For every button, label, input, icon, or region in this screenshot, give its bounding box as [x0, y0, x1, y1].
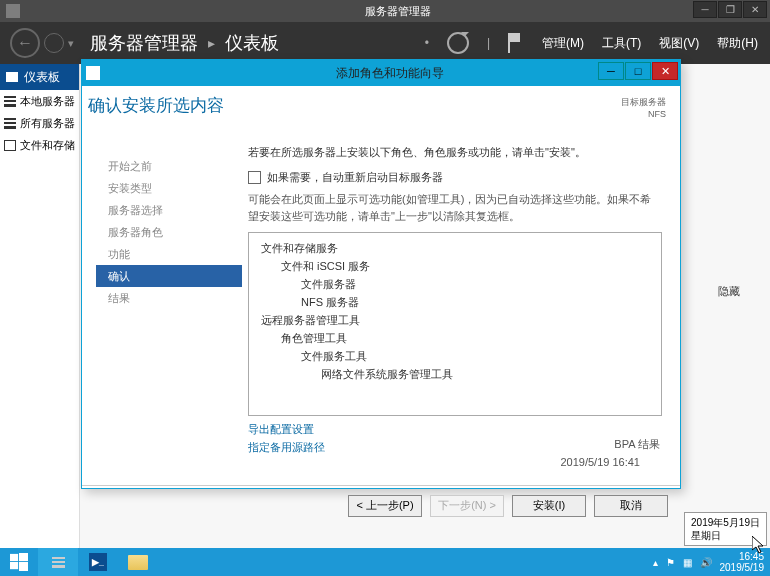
- wizard-steps: 开始之前安装类型服务器选择服务器角色功能确认结果: [82, 123, 242, 485]
- mouse-cursor-icon: [752, 536, 766, 554]
- nav-back-button[interactable]: ←: [10, 28, 40, 58]
- tree-item: 文件和存储服务: [261, 241, 651, 256]
- app-icon: [6, 4, 20, 18]
- bpa-timestamp: 2019/5/19 16:41: [560, 456, 640, 468]
- taskbar-server-manager[interactable]: [38, 548, 78, 576]
- notifications-icon[interactable]: [508, 33, 524, 53]
- wizard-step[interactable]: 开始之前: [96, 155, 242, 177]
- menu-view[interactable]: 视图(V): [659, 35, 699, 52]
- server-manager-icon: [52, 557, 65, 568]
- taskbar-clock[interactable]: 16:45 2019/5/19: [720, 551, 765, 573]
- svg-rect-1: [19, 553, 28, 561]
- menu-manage[interactable]: 管理(M): [542, 35, 584, 52]
- wizard-titlebar[interactable]: 添加角色和功能向导 ─ □ ✕: [82, 60, 680, 86]
- wizard-step[interactable]: 服务器角色: [96, 221, 242, 243]
- wizard-close-button[interactable]: ✕: [652, 62, 678, 80]
- maximize-button[interactable]: ❐: [718, 1, 742, 18]
- export-config-link[interactable]: 导出配置设置: [248, 422, 662, 437]
- intro-text: 若要在所选服务器上安装以下角色、角色服务或功能，请单击"安装"。: [248, 145, 662, 160]
- wizard-step[interactable]: 安装类型: [96, 177, 242, 199]
- tray-flag-icon[interactable]: ⚑: [666, 557, 675, 568]
- sidebar-header[interactable]: 仪表板: [0, 64, 79, 90]
- app-header: ← ▾ 服务器管理器 ▸ 仪表板 • | 管理(M) 工具(T) 视图(V) 帮…: [0, 22, 770, 64]
- target-server-label: 目标服务器 NFS: [621, 96, 666, 119]
- next-button: 下一步(N) >: [430, 495, 504, 517]
- window-title: 服务器管理器: [365, 4, 431, 19]
- menu-tools[interactable]: 工具(T): [602, 35, 641, 52]
- tray-network-icon[interactable]: ▦: [683, 557, 692, 568]
- sidebar: 仪表板 本地服务器 所有服务器 文件和存储: [0, 64, 80, 558]
- tray-up-icon[interactable]: ▴: [653, 557, 658, 568]
- wizard-minimize-button[interactable]: ─: [598, 62, 624, 80]
- wizard-window: 添加角色和功能向导 ─ □ ✕ 目标服务器 NFS 确认安装所选内容 开始之前安…: [81, 59, 681, 489]
- sidebar-item-local[interactable]: 本地服务器: [0, 90, 79, 112]
- wizard-maximize-button[interactable]: □: [625, 62, 651, 80]
- menu-help[interactable]: 帮助(H): [717, 35, 758, 52]
- wizard-footer: < 上一步(P) 下一步(N) > 安装(I) 取消: [82, 485, 680, 525]
- servers-icon: [4, 118, 16, 129]
- svg-rect-3: [19, 562, 28, 571]
- wizard-step[interactable]: 确认: [96, 265, 242, 287]
- note-text: 可能会在此页面上显示可选功能(如管理工具)，因为已自动选择这些功能。如果不希望安…: [248, 191, 662, 224]
- breadcrumb-leaf[interactable]: 仪表板: [225, 31, 279, 55]
- dashboard-icon: [6, 72, 18, 82]
- tree-item: 网络文件系统服务管理工具: [321, 367, 651, 382]
- sidebar-item-all[interactable]: 所有服务器: [0, 112, 79, 134]
- sidebar-item-file[interactable]: 文件和存储: [0, 134, 79, 156]
- breadcrumb-root[interactable]: 服务器管理器: [90, 31, 198, 55]
- wizard-title: 添加角色和功能向导: [336, 65, 444, 82]
- svg-rect-0: [10, 554, 18, 561]
- minimize-button[interactable]: ─: [693, 1, 717, 18]
- tree-item: 远程服务器管理工具: [261, 313, 651, 328]
- bpa-title: BPA 结果: [614, 437, 660, 452]
- install-button[interactable]: 安装(I): [512, 495, 586, 517]
- windows-icon: [10, 553, 28, 571]
- taskbar-explorer[interactable]: [118, 548, 158, 576]
- powershell-icon: ▶_: [89, 553, 107, 571]
- hide-button[interactable]: 隐藏: [718, 284, 740, 299]
- taskbar: ▶_ ▴ ⚑ ▦ 🔊 16:45 2019/5/19: [0, 548, 770, 576]
- svg-rect-2: [10, 562, 18, 569]
- close-button[interactable]: ✕: [743, 1, 767, 18]
- tree-item: 角色管理工具: [281, 331, 651, 346]
- tree-item: NFS 服务器: [301, 295, 651, 310]
- tree-item: 文件服务器: [301, 277, 651, 292]
- alt-source-link[interactable]: 指定备用源路径: [248, 440, 662, 455]
- selection-tree[interactable]: 文件和存储服务文件和 iSCSI 服务文件服务器NFS 服务器远程服务器管理工具…: [248, 232, 662, 416]
- folder-icon: [128, 555, 148, 570]
- server-icon: [4, 96, 16, 107]
- taskbar-powershell[interactable]: ▶_: [78, 548, 118, 576]
- restart-checkbox-label: 如果需要，自动重新启动目标服务器: [267, 170, 443, 185]
- wizard-heading: 确认安装所选内容: [82, 86, 680, 123]
- tree-item: 文件和 iSCSI 服务: [281, 259, 651, 274]
- nav-forward-button[interactable]: [44, 33, 64, 53]
- breadcrumb-separator-icon: ▸: [208, 35, 215, 51]
- tray-sound-icon[interactable]: 🔊: [700, 557, 712, 568]
- wizard-step[interactable]: 功能: [96, 243, 242, 265]
- cancel-button[interactable]: 取消: [594, 495, 668, 517]
- previous-button[interactable]: < 上一步(P): [348, 495, 422, 517]
- wizard-step[interactable]: 服务器选择: [96, 199, 242, 221]
- restart-checkbox[interactable]: [248, 171, 261, 184]
- wizard-step: 结果: [96, 287, 242, 309]
- start-button[interactable]: [0, 548, 38, 576]
- wizard-icon: [86, 66, 100, 80]
- window-titlebar: 服务器管理器 ─ ❐ ✕: [0, 0, 770, 22]
- tree-item: 文件服务工具: [301, 349, 651, 364]
- file-icon: [4, 140, 16, 151]
- refresh-icon[interactable]: [447, 32, 469, 54]
